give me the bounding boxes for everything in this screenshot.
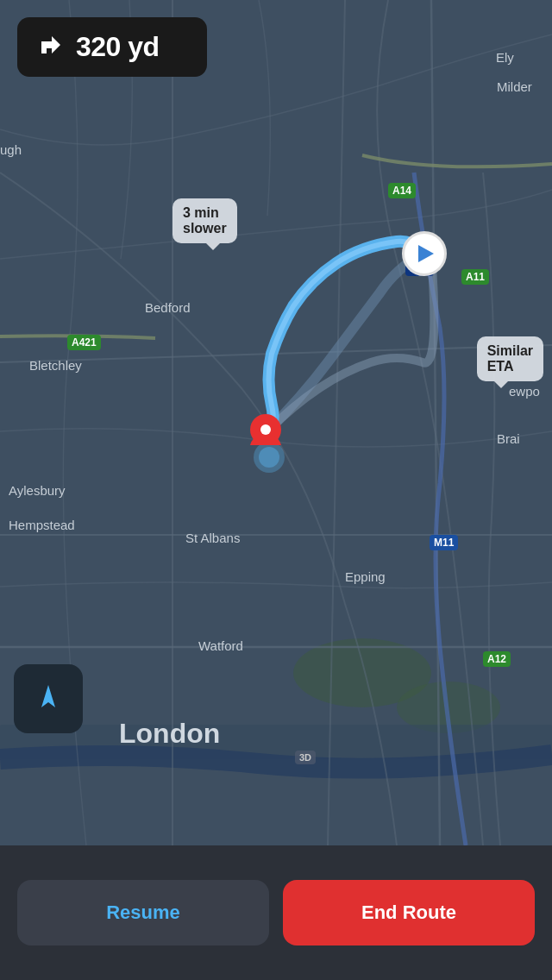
road-badge-a11: A11 bbox=[461, 269, 489, 285]
route-direction-circle[interactable] bbox=[402, 231, 447, 276]
slower-text: 3 minslower bbox=[183, 205, 227, 236]
road-badge-a421: A421 bbox=[67, 335, 101, 350]
compass-button[interactable] bbox=[14, 664, 83, 733]
route-eta-callout[interactable]: SimilarETA bbox=[477, 336, 543, 381]
bottom-action-bar: Resume End Route bbox=[0, 845, 552, 980]
road-badge-a12: A12 bbox=[483, 651, 511, 667]
distance-text: 320 yd bbox=[76, 31, 160, 63]
map-view[interactable]: 320 yd 3 minslower SimilarETA A14 M11 A1… bbox=[0, 0, 552, 845]
nav-instruction-banner: 320 yd bbox=[17, 17, 207, 77]
svg-marker-14 bbox=[41, 685, 55, 707]
svg-point-13 bbox=[260, 424, 271, 435]
end-route-button[interactable]: End Route bbox=[283, 880, 535, 945]
road-badge-m11-mid: M11 bbox=[430, 535, 458, 550]
map-3d-badge[interactable]: 3D bbox=[295, 751, 316, 764]
direction-arrow bbox=[418, 245, 434, 262]
resume-button[interactable]: Resume bbox=[17, 880, 269, 945]
current-position-marker bbox=[250, 414, 281, 461]
route-slower-callout[interactable]: 3 minslower bbox=[172, 198, 237, 243]
eta-text: SimilarETA bbox=[487, 343, 533, 374]
road-badge-a14: A14 bbox=[388, 183, 416, 198]
turn-icon bbox=[34, 29, 66, 65]
